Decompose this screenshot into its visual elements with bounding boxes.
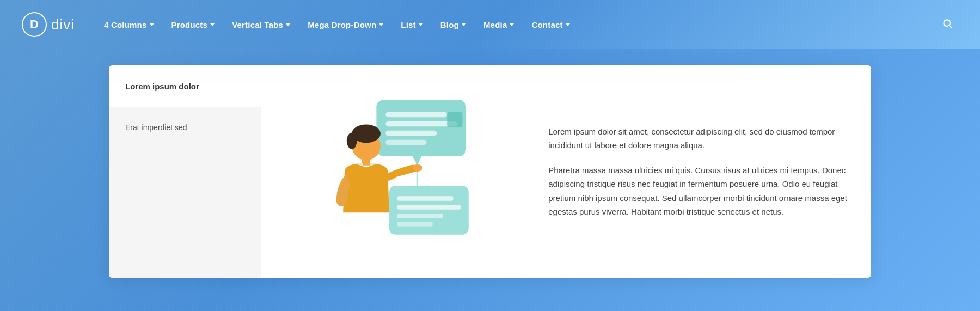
content-card: Lorem ipsum dolor Erat imperdiet sed [109, 65, 871, 278]
main-nav: 4 Columns Products Vertical Tabs Mega Dr… [96, 17, 936, 33]
nav-item-products[interactable]: Products [164, 17, 223, 33]
svg-rect-12 [397, 214, 443, 218]
sidebar-item-2[interactable]: Erat imperdiet sed [109, 107, 261, 278]
card-text: Lorem ipsum dolor sit amet, consectetur … [532, 65, 871, 278]
card-illustration [261, 65, 532, 278]
svg-rect-18 [362, 158, 370, 166]
svg-marker-8 [412, 156, 421, 166]
svg-rect-10 [397, 196, 454, 200]
header: D divi 4 Columns Products Vertical Tabs … [0, 0, 980, 49]
paragraph-1: Lorem ipsum dolor sit amet, consectetur … [548, 125, 847, 153]
nav-item-4columns[interactable]: 4 Columns [96, 17, 161, 33]
nav-item-media[interactable]: Media [476, 17, 522, 33]
svg-rect-3 [385, 112, 447, 117]
svg-point-21 [412, 164, 422, 172]
chevron-down-icon [566, 23, 570, 26]
svg-rect-11 [397, 205, 461, 209]
sidebar-item-1[interactable]: Lorem ipsum dolor [109, 65, 261, 107]
illustration-svg [310, 84, 484, 259]
card-sidebar: Lorem ipsum dolor Erat imperdiet sed [109, 65, 261, 278]
svg-rect-2 [376, 100, 466, 156]
svg-rect-5 [385, 131, 437, 136]
svg-rect-9 [389, 186, 469, 234]
svg-point-17 [346, 132, 357, 149]
nav-item-list[interactable]: List [393, 17, 430, 33]
nav-item-blog[interactable]: Blog [433, 17, 474, 33]
chevron-down-icon [419, 23, 423, 26]
nav-item-verticaltabs[interactable]: Vertical Tabs [224, 17, 298, 33]
svg-rect-4 [385, 121, 457, 126]
svg-rect-7 [447, 112, 462, 127]
svg-rect-6 [385, 140, 426, 145]
nav-item-contact[interactable]: Contact [524, 17, 577, 33]
logo[interactable]: D divi [22, 12, 75, 37]
nav-item-megadropdown[interactable]: Mega Drop-Down [300, 17, 391, 33]
main-content: Lorem ipsum dolor Erat imperdiet sed [0, 49, 980, 311]
chevron-down-icon [210, 23, 215, 26]
search-button[interactable] [936, 15, 958, 35]
logo-text: divi [51, 16, 75, 33]
chevron-down-icon [286, 23, 290, 26]
svg-rect-13 [397, 222, 433, 226]
paragraph-2: Pharetra massa massa ultricies mi quis. … [548, 163, 847, 219]
chevron-down-icon [150, 23, 154, 26]
logo-circle: D [22, 12, 47, 37]
chevron-down-icon [379, 23, 383, 26]
chevron-down-icon [462, 23, 466, 26]
svg-line-1 [950, 25, 952, 28]
chevron-down-icon [510, 23, 514, 26]
